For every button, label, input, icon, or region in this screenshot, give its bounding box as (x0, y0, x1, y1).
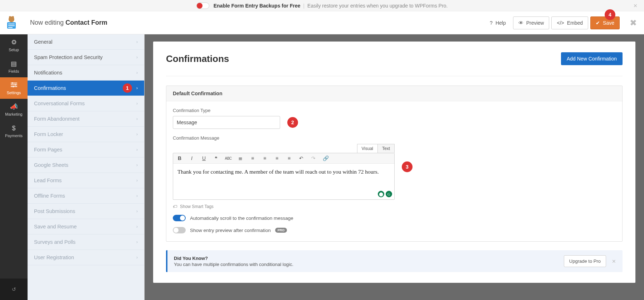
svg-point-9 (13, 86, 14, 87)
sidebar-item-abandonment[interactable]: Form Abandonment › (28, 111, 144, 127)
panel-title: Confirmations (166, 53, 229, 64)
rail-label: Settings (7, 91, 21, 95)
close-builder-icon[interactable]: ✖ (630, 18, 637, 28)
sidebar-label: Form Abandonment (34, 116, 79, 122)
sidebar-label: Lead Forms (34, 178, 62, 183)
editor-textarea[interactable]: Thank you for contacting me. A member of… (173, 164, 394, 199)
svg-point-7 (12, 82, 13, 84)
info-text: You can have multiple confirmations with… (174, 262, 293, 267)
now-editing-label: Now editing Contact Form (30, 19, 107, 26)
sidebar-item-pages[interactable]: Form Pages › (28, 142, 144, 158)
wpforms-logo (4, 15, 19, 31)
did-you-know-box: Did You Know? You can have multiple conf… (166, 250, 623, 272)
add-confirmation-button[interactable]: Add New Confirmation (561, 52, 623, 65)
rail-marketing[interactable]: 📣 Marketing (0, 99, 28, 120)
preview-button[interactable]: 👁 Preview (513, 16, 550, 29)
divider (166, 76, 623, 76)
sidebar-item-notifications[interactable]: Notifications › (28, 65, 144, 81)
redo-icon[interactable]: ↷ (310, 155, 317, 161)
settings-sidebar: General › Spam Protection and Security ›… (28, 34, 145, 300)
step-badge-4: 4 (605, 9, 615, 20)
sidebar-item-surveys[interactable]: Surveys and Polls › (28, 234, 144, 250)
tab-text[interactable]: Text (377, 144, 395, 153)
sidebar-label: Surveys and Polls (34, 239, 75, 245)
help-icon: ? (490, 20, 493, 26)
rail-label: Payments (5, 134, 23, 138)
upgrade-button[interactable]: Upgrade to Pro (564, 255, 606, 267)
ol-icon[interactable]: ≡ (249, 155, 256, 161)
eye-icon: 👁 (518, 20, 523, 26)
sidebar-item-general[interactable]: General › (28, 34, 144, 50)
rail-setup[interactable]: ⚙ Setup (0, 34, 28, 56)
chevron-right-icon: › (136, 224, 138, 229)
toggle-scroll[interactable] (173, 215, 186, 221)
help-button[interactable]: ? Help (485, 16, 511, 29)
left-rail: ⚙ Setup ▤ Fields Settings 📣 Marketing $ … (0, 34, 28, 300)
chevron-right-icon: › (136, 55, 138, 60)
svg-rect-4 (8, 24, 15, 24)
default-confirmation-card: Default Confirmation Confirmation Type M… (166, 86, 623, 242)
sliders-icon (11, 82, 17, 89)
banner-bold: Enable Form Entry Backups for Free (214, 3, 301, 9)
editing-prefix: Now editing (30, 19, 65, 26)
sidebar-item-post[interactable]: Post Submissions › (28, 204, 144, 219)
grammarly-icon[interactable]: ⬤ (378, 191, 384, 197)
align-right-icon[interactable]: ≡ (286, 155, 293, 161)
sidebar-item-conversational[interactable]: Conversational Forms › (28, 96, 144, 111)
strike-icon[interactable]: ABC (225, 156, 232, 160)
rail-payments[interactable]: $ Payments (0, 120, 28, 142)
rail-history[interactable]: ↺ (0, 279, 28, 300)
sidebar-label: Conversational Forms (34, 101, 85, 106)
sidebar-item-save-resume[interactable]: Save and Resume › (28, 219, 144, 234)
link-icon[interactable]: 🔗 (322, 155, 329, 161)
toggle-preview[interactable] (173, 227, 186, 233)
svg-point-2 (12, 16, 14, 18)
sidebar-item-lead[interactable]: Lead Forms › (28, 173, 144, 188)
sidebar-label: Google Sheets (34, 162, 68, 168)
rail-fields[interactable]: ▤ Fields (0, 56, 28, 77)
embed-label: Embed (567, 20, 583, 26)
confirmation-type-select[interactable]: Message (173, 116, 280, 129)
chevron-right-icon: › (136, 39, 138, 44)
banner-text: Easily restore your entries when you upg… (307, 3, 448, 9)
bold-icon[interactable]: B (176, 155, 183, 161)
save-button[interactable]: ✔ Save (590, 16, 620, 29)
tab-visual[interactable]: Visual (357, 144, 377, 153)
help-label: Help (496, 20, 506, 26)
sidebar-item-registration[interactable]: User Registration › (28, 250, 144, 265)
underline-icon[interactable]: U (200, 155, 208, 161)
banner-close-icon[interactable]: ✕ (633, 3, 638, 9)
italic-icon[interactable]: I (188, 155, 195, 161)
align-left-icon[interactable]: ≡ (261, 155, 268, 161)
banner-toggle[interactable] (196, 3, 209, 9)
sidebar-item-locker[interactable]: Form Locker › (28, 127, 144, 142)
type-label: Confirmation Type (173, 108, 616, 113)
chevron-right-icon: › (136, 101, 138, 106)
list-icon: ▤ (11, 60, 17, 68)
sidebar-item-confirmations[interactable]: Confirmations 1 › (28, 81, 144, 96)
bullhorn-icon: 📣 (10, 103, 18, 111)
message-editor: Visual Text B I U ❝ ABC ≣ (173, 153, 395, 200)
chevron-right-icon: › (136, 70, 138, 75)
sidebar-item-spam[interactable]: Spam Protection and Security › (28, 50, 144, 65)
editor-content: Thank you for contacting me. A member of… (177, 169, 379, 175)
align-center-icon[interactable]: ≡ (273, 155, 280, 161)
undo-icon[interactable]: ↶ (298, 155, 305, 161)
sidebar-label: Offline Forms (34, 193, 65, 199)
grammarly-icon[interactable]: G (386, 191, 392, 197)
rail-label: Fields (9, 69, 19, 73)
quote-icon[interactable]: ❝ (213, 155, 220, 161)
show-smart-tags[interactable]: 🏷 Show Smart Tags (173, 204, 395, 209)
toggle-scroll-label: Automatically scroll to the confirmation… (190, 216, 293, 221)
info-close-icon[interactable]: ✕ (612, 258, 616, 264)
dollar-icon: $ (12, 125, 15, 132)
pro-badge: PRO (275, 228, 287, 233)
sidebar-item-offline[interactable]: Offline Forms › (28, 188, 144, 204)
embed-button[interactable]: </> Embed (551, 16, 588, 29)
ul-icon[interactable]: ≣ (237, 155, 244, 161)
sidebar-item-sheets[interactable]: Google Sheets › (28, 158, 144, 173)
top-banner: Enable Form Entry Backups for Free | Eas… (0, 0, 644, 11)
rail-settings[interactable]: Settings (0, 77, 28, 99)
chevron-right-icon: › (136, 132, 138, 137)
form-name: Contact Form (65, 19, 107, 26)
